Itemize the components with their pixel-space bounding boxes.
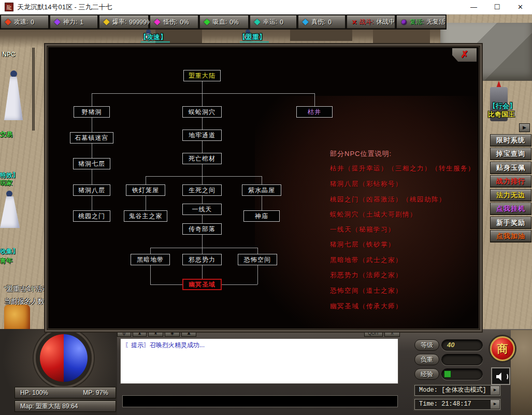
map-node-boar-cave[interactable]: 野猪洞 bbox=[74, 106, 110, 118]
sound-button[interactable] bbox=[491, 367, 510, 385]
diamond-icon bbox=[302, 19, 309, 25]
map-node-amethyst-house[interactable]: 紫水晶屋 bbox=[242, 184, 281, 196]
side-menu-collapse-arrow[interactable]: ▶ bbox=[519, 123, 530, 132]
stat-revive-state: 复活: 无复活 bbox=[396, 15, 446, 29]
close-button[interactable]: ✕ bbox=[509, 0, 532, 14]
tree-line bbox=[92, 93, 314, 94]
side-menu-drop-search[interactable]: 掉宝查询 bbox=[490, 148, 531, 160]
map-node-life-and-death[interactable]: 生死之间 bbox=[182, 184, 222, 196]
edge-label-youth: 青年 bbox=[0, 256, 12, 265]
side-menu-boundless-mana[interactable]: 法力无边 bbox=[490, 189, 531, 202]
map-node-mengzhong-mainland[interactable]: 盟重大陆 bbox=[183, 70, 221, 81]
map-node-dry-well[interactable]: 枯井 bbox=[296, 106, 333, 118]
stat-lifesteal: 吸血: 0% bbox=[199, 15, 249, 29]
tree-line bbox=[150, 248, 257, 248]
revive-orb-icon bbox=[401, 20, 407, 25]
map-node-pig-cave-7[interactable]: 猪洞七层 bbox=[73, 158, 110, 169]
side-menu-afk-hang[interactable]: 点我挂机 bbox=[490, 203, 531, 215]
level-label: 等级 bbox=[414, 339, 439, 351]
shop-button[interactable]: 商 bbox=[490, 336, 515, 361]
minimize-button[interactable]: — bbox=[462, 0, 485, 14]
time-next-arrow[interactable]: ▶ bbox=[491, 400, 499, 409]
map-node-pig-cave-8[interactable]: 猪洞八层 bbox=[73, 184, 110, 196]
map-plate: Map: 盟重大陆 89:64 bbox=[15, 400, 116, 412]
diamond-icon bbox=[204, 19, 210, 25]
speaker-icon bbox=[496, 373, 504, 381]
npc-panel-line: 黑暗地带（武士之家） bbox=[330, 256, 402, 265]
side-menu-power-ranking[interactable]: 战力排行 bbox=[490, 175, 531, 188]
dialog-close-button[interactable]: ✗ bbox=[452, 48, 477, 62]
stat-monster-damage: 怪伤: 0% bbox=[150, 15, 198, 29]
stat-value: 1 bbox=[80, 19, 83, 26]
map-node-dungeon-passage[interactable]: 地牢通道 bbox=[182, 130, 222, 141]
exp-fill-block bbox=[444, 370, 451, 378]
stats-bar: 攻速: 0 神力: 1 爆率: 99999% 怪伤: 0% 吸血: 0% 幸运:… bbox=[0, 15, 447, 30]
stat-value: 0 bbox=[328, 19, 332, 26]
map-node-nether-sanctuary[interactable]: 幽冥圣域 bbox=[182, 279, 222, 290]
map-node-stone-tomb-maze[interactable]: 石墓镇迷宫 bbox=[70, 132, 113, 144]
map-node-death-coffin[interactable]: 死亡棺材 bbox=[182, 153, 222, 164]
map-node-dark-zone[interactable]: 黑暗地带 bbox=[131, 254, 170, 265]
npc-sprite-white-robe[interactable] bbox=[4, 70, 23, 120]
side-menu-timed-system[interactable]: 限时系统 bbox=[490, 134, 531, 147]
event-signup-count: 当前报名人数: bbox=[4, 297, 47, 306]
time-bar[interactable]: Time: 21:48:17 ▶ bbox=[414, 399, 500, 410]
map-node-evil-force[interactable]: 邪恶势力 bbox=[182, 254, 222, 265]
toolbar-trident-icon[interactable]: ψ bbox=[117, 330, 131, 337]
edge-label-npc: NPC bbox=[2, 51, 15, 58]
label-underline bbox=[240, 41, 269, 42]
stat-value: 0% bbox=[229, 19, 238, 26]
mp-value: MP: 97% bbox=[83, 388, 108, 398]
side-menu-cheer-me[interactable]: 点我加油 bbox=[490, 230, 531, 242]
chat-expand-button[interactable]: ∧ bbox=[384, 330, 400, 337]
npc-panel-header: 部分NPC位置说明: bbox=[330, 149, 392, 159]
label-underline bbox=[141, 41, 170, 42]
speaker-wave-icon bbox=[504, 373, 508, 380]
side-menu-jade-pendant[interactable]: 贴身玉佩 bbox=[490, 162, 531, 174]
chat-log[interactable]: 〖提示〗召唤烈火精灵成功... bbox=[120, 338, 398, 384]
stat-divine-power: 神力: 1 bbox=[50, 15, 98, 29]
chat-toolbar: ψ ▲ ♜ ◈ ♟ QUIT ∧ bbox=[117, 330, 400, 338]
map-node-legend-tribe[interactable]: 传奇部落 bbox=[182, 223, 222, 235]
tree-line bbox=[202, 196, 203, 204]
tree-line bbox=[202, 141, 203, 153]
toolbar-mountain-icon[interactable]: ▲ bbox=[133, 330, 147, 337]
side-menu-newbie-reward[interactable]: 新手奖励 bbox=[490, 217, 531, 229]
npc-panel-line: 幽冥圣域（传承大师） bbox=[330, 302, 402, 311]
quit-button[interactable]: QUIT bbox=[364, 330, 383, 337]
npc-sprite-white-robe[interactable] bbox=[0, 191, 20, 228]
toolbar-people-icon[interactable]: ♟ bbox=[181, 330, 196, 337]
npc-panel-line: 邪恶势力（法师之家） bbox=[330, 271, 402, 280]
attack-mode-bar[interactable]: Mode: [全体攻击模式] ▶ bbox=[414, 385, 500, 396]
map-node-centipede-cave[interactable]: 蜈蚣洞穴 bbox=[182, 106, 222, 118]
hp-value: HP: 100% bbox=[20, 388, 48, 398]
tree-line bbox=[146, 176, 146, 184]
stat-attack-speed: 攻速: 0 bbox=[1, 15, 49, 29]
tree-line bbox=[202, 215, 203, 223]
chat-input[interactable] bbox=[122, 395, 398, 407]
maximize-button[interactable]: ☐ bbox=[485, 0, 509, 14]
npc-name-label: 比奇国王 bbox=[488, 110, 515, 119]
stat-label: 神力: bbox=[63, 18, 77, 26]
map-node-guigu-master-home[interactable]: 鬼谷主之家 bbox=[124, 210, 167, 222]
toolbar-gem-icon[interactable]: ◈ bbox=[165, 330, 180, 337]
npc-panel-line: 蜈蚣洞穴（土城大哥剧情） bbox=[330, 210, 417, 219]
npc-robe bbox=[4, 77, 23, 120]
tree-line bbox=[146, 176, 262, 177]
edge-label-player: 玩家 bbox=[0, 179, 12, 188]
stat-label: 攻速: bbox=[14, 18, 28, 26]
tree-line bbox=[262, 196, 262, 210]
app-icon: 龍 bbox=[5, 3, 13, 11]
stat-value: 无复活 bbox=[426, 18, 445, 26]
map-node-thread-of-sky[interactable]: 一线天 bbox=[182, 204, 222, 215]
wall-debris bbox=[290, 30, 352, 41]
exp-label: 经验 bbox=[414, 368, 439, 380]
toolbar-castle-icon[interactable]: ♜ bbox=[148, 330, 163, 337]
mode-next-arrow[interactable]: ▶ bbox=[491, 386, 499, 395]
map-node-temple[interactable]: 神庙 bbox=[243, 210, 280, 222]
tree-line bbox=[92, 196, 92, 210]
map-node-peach-garden-gate[interactable]: 桃园之门 bbox=[73, 210, 110, 222]
tree-line bbox=[92, 93, 92, 106]
map-node-iron-lantern-house[interactable]: 铁灯笼屋 bbox=[126, 184, 165, 196]
map-node-terror-space[interactable]: 恐怖空间 bbox=[238, 254, 277, 265]
